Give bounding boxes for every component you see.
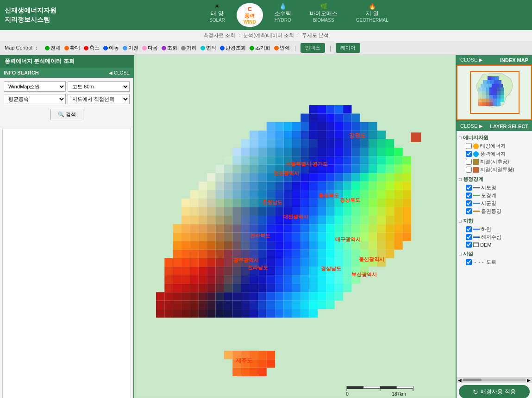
svg-rect-447: [224, 275, 232, 284]
ctrl-zoom-in[interactable]: 확대: [64, 44, 80, 51]
ctrl-reset[interactable]: 초기화: [250, 44, 270, 51]
info-search-bar: INFO SEARCH ◀ CLOSE: [0, 68, 133, 78]
tab-hydro[interactable]: 💧 소수력 HYDRO: [265, 1, 300, 29]
collapse-facility[interactable]: □: [459, 251, 462, 256]
svg-rect-164: [326, 181, 334, 190]
svg-rect-56: [360, 139, 369, 148]
tab-wind[interactable]: C 풍력 WIND: [237, 3, 263, 27]
svg-rect-359: [360, 241, 369, 249]
ctrl-query[interactable]: 조회: [162, 44, 177, 51]
svg-rect-508: [164, 301, 173, 309]
svg-rect-552: [267, 351, 275, 359]
tab-biomass[interactable]: 🌿 바이오매스 BIOMASS: [300, 1, 347, 29]
svg-rect-130: [250, 173, 258, 181]
location-select[interactable]: 지도에서 직접선택: [68, 94, 130, 104]
wind-checkbox[interactable]: [466, 151, 472, 157]
index-button[interactable]: 인덱스: [300, 43, 325, 53]
collapse-energy[interactable]: □: [459, 135, 462, 140]
dem-checkbox[interactable]: [466, 242, 472, 248]
ocean-checkbox[interactable]: [466, 234, 472, 240]
svg-rect-544: [292, 309, 300, 317]
svg-rect-35: [326, 131, 334, 139]
svg-text:제주도: 제주도: [236, 357, 252, 364]
apply-background-button[interactable]: ↻ 배경사용 적용: [459, 385, 530, 398]
ctrl-distance[interactable]: 거리: [181, 44, 197, 51]
svg-rect-61: [241, 148, 250, 156]
do-checkbox[interactable]: [466, 193, 472, 199]
svg-rect-421: [207, 267, 215, 275]
ctrl-area[interactable]: 면적: [200, 44, 216, 51]
solar-checkbox[interactable]: [466, 143, 472, 149]
ctrl-zoom-out[interactable]: 축소: [84, 44, 100, 51]
svg-rect-214: [300, 199, 309, 207]
layer-item-geo1: 지열(시추공): [459, 158, 530, 166]
windmap-select[interactable]: WindMap소원: [4, 81, 66, 92]
ctrl-next[interactable]: 다음: [142, 44, 158, 51]
index-close-button[interactable]: CLOSE ▶: [460, 57, 482, 63]
layer-scrollbar: ◀ ▶: [457, 377, 532, 383]
windspeed-select[interactable]: 평균풍속: [4, 94, 66, 104]
search-form: WindMap소원 고도 80m 평균풍속 지도에서 직접선택 🔍 검색: [0, 78, 133, 126]
svg-rect-605: [486, 87, 489, 91]
svg-rect-81: [232, 156, 241, 164]
svg-rect-513: [207, 301, 215, 309]
svg-rect-97: [369, 156, 377, 164]
svg-rect-294: [284, 224, 292, 232]
geo2-checkbox[interactable]: [466, 167, 472, 173]
svg-rect-604: [482, 87, 486, 91]
svg-rect-155: [250, 181, 258, 190]
ctrl-all[interactable]: 전체: [45, 44, 61, 51]
tab-solar[interactable]: ☀ 태 양 SOLAR: [200, 1, 234, 29]
svg-rect-534: [207, 309, 215, 317]
tree-group-energy: □ 에너지자원 태양에너지 풍력에너지: [459, 133, 530, 174]
svg-rect-295: [292, 224, 300, 232]
collapse-admin[interactable]: □: [459, 177, 462, 182]
svg-rect-165: [335, 181, 343, 190]
layer-close-button[interactable]: CLOSE ▶: [460, 123, 482, 129]
svg-rect-30: [284, 131, 292, 139]
ctrl-print[interactable]: 인쇄: [274, 44, 290, 51]
svg-rect-481: [318, 284, 326, 292]
svg-rect-248: [360, 207, 369, 216]
collapse-terrain[interactable]: □: [459, 218, 462, 224]
scroll-left-button[interactable]: ◀: [458, 378, 462, 383]
svg-rect-418: [182, 267, 190, 275]
geo1-checkbox[interactable]: [466, 159, 472, 165]
search-button[interactable]: 🔍 검색: [50, 109, 83, 120]
svg-rect-558: [232, 368, 241, 376]
svg-rect-601: [495, 84, 499, 87]
do-icon: [473, 195, 480, 196]
tab-geothermal[interactable]: 🔥 지 열 GEOTHERMAL: [347, 1, 398, 29]
svg-rect-600: [492, 84, 495, 87]
svg-rect-289: [241, 224, 250, 232]
layer-button[interactable]: 레이어: [336, 43, 360, 53]
sido-checkbox[interactable]: [466, 185, 472, 191]
svg-rect-33: [309, 131, 318, 139]
emd-checkbox[interactable]: [466, 208, 472, 214]
svg-rect-515: [224, 301, 232, 309]
road-checkbox[interactable]: [466, 259, 472, 265]
river-checkbox[interactable]: [466, 226, 472, 232]
ocean-icon: [473, 236, 480, 238]
scroll-thumb[interactable]: [463, 379, 482, 381]
svg-rect-150: [207, 181, 215, 190]
svg-rect-273: [343, 216, 351, 224]
map-area[interactable]: 강원도 서울특별시·경기도 인천광역시 충청북도 충청남도 대전광역시 경상북도…: [134, 55, 456, 398]
svg-rect-24: [360, 122, 369, 131]
altitude-select[interactable]: 고도 80m: [68, 81, 130, 92]
sigun-checkbox[interactable]: [466, 200, 472, 206]
sido-icon: [473, 187, 480, 188]
ctrl-prev[interactable]: 이전: [123, 44, 138, 51]
svg-rect-458: [318, 275, 326, 284]
ctrl-pan[interactable]: 이동: [103, 44, 119, 51]
svg-rect-84: [258, 156, 266, 164]
svg-rect-626: [486, 99, 489, 102]
svg-rect-308: [403, 224, 411, 232]
svg-rect-357: [343, 241, 351, 249]
svg-rect-465: [182, 284, 190, 292]
ctrl-radius[interactable]: 반경조회: [220, 44, 246, 51]
svg-rect-523: [292, 301, 300, 309]
scroll-right-button[interactable]: ▶: [527, 378, 531, 383]
index-map-header: CLOSE ▶ INDEX MAP: [457, 55, 532, 65]
info-close-button[interactable]: ◀ CLOSE: [109, 70, 130, 75]
